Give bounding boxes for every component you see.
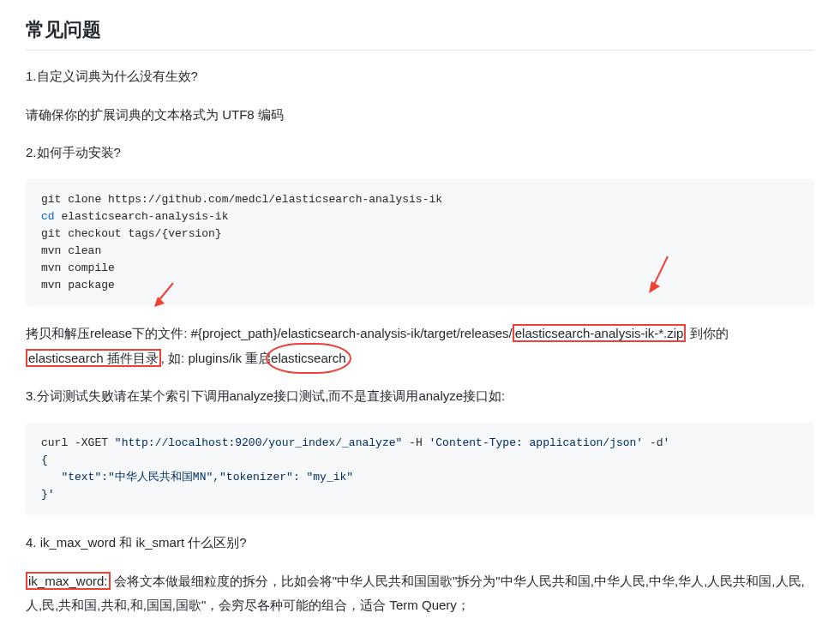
q1: 1.自定义词典为什么没有生效?: [26, 64, 814, 89]
ik-max-word-text: 会将文本做最细粒度的拆分，比如会将"中华人民共和国国歌"拆分为"中华人民共和国,…: [26, 574, 805, 613]
copy-text-e: , 如: plugins/ik 重启: [161, 351, 271, 365]
code-key: "text": [61, 471, 101, 484]
a1: 请确保你的扩展词典的文本格式为 UTF8 编码: [26, 103, 814, 128]
plugin-dir-highlight: elasticsearch 插件目录: [26, 349, 161, 367]
code-line: mvn compile: [41, 261, 115, 274]
code-str: "http://localhost:9200/your_index/_analy…: [115, 436, 402, 449]
restart-text: elasticsearch: [271, 351, 346, 365]
ik-max-word-para: ik_max_word: 会将文本做最细粒度的拆分，比如会将"中华人民共和国国歌…: [26, 569, 814, 618]
code-line: -d: [643, 436, 663, 449]
code-line: mvn package: [41, 279, 115, 291]
code-line: elasticsearch-analysis-ik: [55, 210, 229, 223]
ik-max-word-highlight: ik_max_word:: [26, 572, 111, 590]
copy-text-a: 拷贝和解压release下的文件: #{project_path}/elasti…: [26, 326, 513, 340]
code-line: {: [41, 454, 48, 466]
code-block-curl: curl -XGET "http://localhost:9200/your_i…: [26, 423, 814, 516]
code-line: }: [41, 488, 48, 501]
copy-text-c: 到你的: [686, 326, 728, 340]
code-sep: :: [293, 471, 307, 484]
q2: 2.如何手动安装?: [26, 141, 814, 165]
q3: 3.分词测试失败请在某个索引下调用analyze接口测试,而不是直接调用anal…: [26, 384, 814, 409]
code-str: 'Content-Type: application/json': [429, 436, 644, 449]
code-line: git checkout tags/{version}: [41, 227, 222, 240]
code-block-install: git clone https://github.com/medcl/elast…: [26, 179, 814, 307]
code-str: ': [663, 436, 670, 449]
faq-heading: 常见问题: [26, 17, 814, 51]
code-line: mvn clean: [41, 244, 101, 257]
code-str: ': [48, 488, 55, 501]
zip-file-highlight: elasticsearch-analysis-ik-*.zip: [513, 324, 687, 342]
code-line: git clone https://github.com/medcl/elast…: [41, 193, 442, 206]
copy-instructions: 拷贝和解压release下的文件: #{project_path}/elasti…: [26, 322, 814, 370]
code-line: -H: [402, 436, 429, 449]
restart-highlight: elasticsearch: [271, 346, 346, 371]
code-key: "tokenizer": [219, 471, 293, 484]
code-sep: :: [101, 471, 108, 484]
code-line: curl -XGET: [41, 436, 115, 449]
code-keyword-cd: cd: [41, 210, 55, 223]
code-line: [41, 471, 61, 484]
code-val: "中华人民共和国MN": [108, 471, 213, 484]
code-sep: ,: [213, 471, 219, 484]
code-val: "my_ik": [307, 471, 354, 484]
q4: 4. ik_max_word 和 ik_smart 什么区别?: [26, 531, 814, 556]
